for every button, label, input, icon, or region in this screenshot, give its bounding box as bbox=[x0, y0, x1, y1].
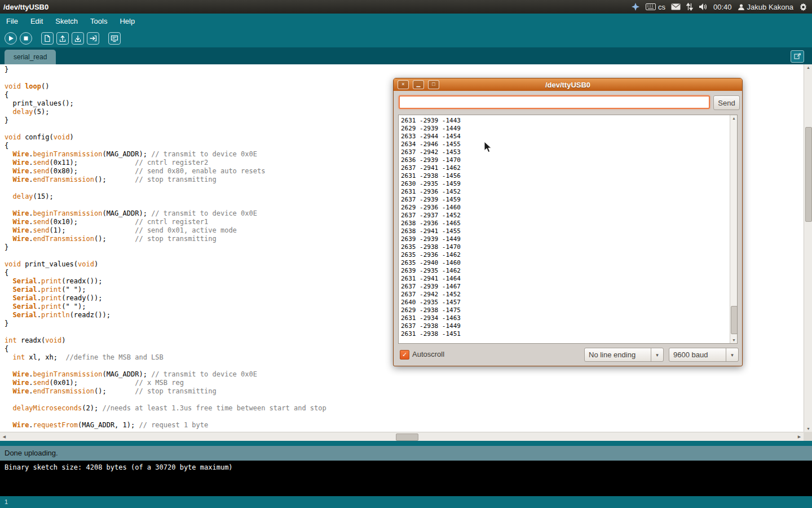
serial-line: 2629 -2936 -1460 bbox=[401, 204, 461, 212]
send-button-label: Send bbox=[718, 99, 735, 107]
serial-monitor-button[interactable] bbox=[108, 32, 121, 45]
system-tray: cs 00:40 Jakub Kakona bbox=[631, 2, 807, 11]
emblem-icon[interactable] bbox=[631, 2, 640, 11]
autoscroll-label: Autoscroll bbox=[412, 350, 444, 358]
scrollbar-corner bbox=[804, 432, 812, 441]
footer-strip: 1 bbox=[0, 496, 812, 508]
keyboard-layout-label: cs bbox=[658, 3, 665, 11]
serial-line: 2637 -2939 -1467 bbox=[401, 283, 461, 291]
send-button[interactable]: Send bbox=[713, 95, 740, 110]
line-ending-value: No line ending bbox=[585, 351, 651, 359]
open-button[interactable] bbox=[56, 32, 69, 45]
serial-line: 2638 -2936 -1465 bbox=[401, 220, 461, 227]
code-line: ​ bbox=[5, 396, 804, 404]
serial-monitor-icon bbox=[111, 34, 118, 42]
serial-line: 2639 -2935 -1462 bbox=[401, 267, 461, 275]
gear-icon[interactable] bbox=[799, 3, 807, 11]
tab-serial-read[interactable]: serial_read bbox=[5, 50, 56, 64]
play-icon bbox=[7, 34, 15, 42]
verify-button[interactable] bbox=[5, 32, 17, 45]
serial-line: 2637 -2938 -1449 bbox=[401, 322, 461, 330]
upload-button[interactable] bbox=[87, 32, 99, 45]
serial-window-title: /dev/ttyUSB0 bbox=[394, 81, 742, 89]
scroll-down-arrow[interactable]: ▼ bbox=[804, 427, 812, 431]
serial-line: 2636 -2939 -1470 bbox=[401, 156, 461, 164]
serial-scroll-down-arrow[interactable]: ▼ bbox=[730, 338, 738, 342]
serial-line: 2630 -2935 -1459 bbox=[401, 180, 461, 188]
code-line: ​ bbox=[5, 413, 804, 421]
scroll-left-arrow[interactable]: ◀ bbox=[0, 435, 8, 439]
status-gap bbox=[0, 441, 812, 446]
keyboard-icon bbox=[646, 3, 656, 10]
serial-line: 2629 -2938 -1475 bbox=[401, 306, 461, 314]
new-file-icon bbox=[43, 34, 51, 42]
menu-item-edit[interactable]: Edit bbox=[24, 14, 49, 29]
serial-line: 2631 -2941 -1464 bbox=[401, 275, 461, 283]
maximize-button[interactable]: □ bbox=[428, 80, 439, 89]
menu-item-file[interactable]: File bbox=[0, 14, 24, 29]
keyboard-indicator[interactable]: cs bbox=[646, 3, 665, 11]
line-number-indicator: 1 bbox=[5, 498, 8, 505]
editor-hscroll-thumb[interactable] bbox=[396, 433, 418, 441]
save-button[interactable] bbox=[72, 32, 84, 45]
editor-vscroll-thumb[interactable] bbox=[805, 127, 812, 222]
menu-item-help[interactable]: Help bbox=[113, 14, 141, 29]
baud-rate-value: 9600 baud bbox=[669, 351, 726, 359]
serial-vertical-scrollbar[interactable]: ▲ ▼ bbox=[730, 115, 737, 343]
minimize-button[interactable]: ▁ bbox=[413, 80, 424, 89]
menu-item-tools[interactable]: Tools bbox=[84, 14, 113, 29]
serial-line: 2631 -2938 -1456 bbox=[401, 172, 461, 180]
chevron-down-icon[interactable]: ▾ bbox=[651, 348, 663, 361]
panel-window-title: /dev/ttyUSB0 bbox=[3, 3, 48, 11]
editor-horizontal-scrollbar[interactable]: ◀ ▶ bbox=[0, 432, 804, 441]
tab-menu-icon bbox=[794, 53, 801, 60]
volume-icon[interactable] bbox=[699, 3, 708, 11]
user-icon bbox=[738, 3, 745, 11]
editor-vertical-scrollbar[interactable]: ▲ ▼ bbox=[804, 64, 812, 432]
sync-arrows-icon[interactable] bbox=[686, 3, 693, 11]
serial-line: 2631 -2938 -1451 bbox=[401, 330, 461, 338]
scroll-right-arrow[interactable]: ▶ bbox=[795, 435, 804, 439]
serial-line: 2635 -2938 -1470 bbox=[401, 243, 461, 251]
serial-line: 2639 -2939 -1449 bbox=[401, 235, 461, 243]
toolbar bbox=[0, 29, 812, 47]
stop-button[interactable] bbox=[20, 32, 32, 45]
serial-input[interactable] bbox=[399, 95, 710, 109]
tab-menu-button[interactable] bbox=[791, 50, 804, 63]
mail-icon[interactable] bbox=[671, 3, 681, 10]
chevron-down-icon[interactable]: ▾ bbox=[726, 348, 738, 361]
scroll-up-arrow[interactable]: ▲ bbox=[804, 65, 812, 69]
serial-vscroll-thumb[interactable] bbox=[731, 306, 738, 334]
tab-bar: serial_read bbox=[0, 47, 812, 64]
serial-line: 2635 -2936 -1462 bbox=[401, 251, 461, 259]
line-ending-dropdown[interactable]: No line ending ▾ bbox=[584, 348, 664, 362]
close-button[interactable]: × bbox=[398, 80, 409, 89]
autoscroll-checkbox[interactable]: ✓ bbox=[400, 350, 409, 360]
serial-line: 2634 -2946 -1455 bbox=[401, 141, 461, 148]
serial-line: 2633 -2944 -1454 bbox=[401, 133, 461, 141]
new-sketch-button[interactable] bbox=[41, 32, 54, 45]
serial-output-area[interactable]: 2631 -2939 -14432629 -2939 -14492633 -29… bbox=[398, 115, 738, 344]
down-arrow-icon bbox=[74, 34, 82, 42]
status-bar: Done uploading. bbox=[0, 446, 812, 461]
console-text: Binary sketch size: 4208 bytes (of a 307… bbox=[5, 463, 233, 471]
serial-window-titlebar[interactable]: /dev/ttyUSB0 × ▁ □ bbox=[394, 78, 742, 91]
clock[interactable]: 00:40 bbox=[713, 3, 732, 11]
upload-arrow-icon bbox=[89, 34, 97, 42]
code-line: Wire.requestFrom(MAG_ADDR, 1); // reques… bbox=[5, 421, 804, 430]
serial-line: 2640 -2935 -1457 bbox=[401, 299, 461, 306]
mouse-cursor bbox=[484, 141, 492, 154]
code-line: Wire.endTransmission(); // stop transmit… bbox=[5, 387, 804, 396]
tab-label: serial_read bbox=[14, 53, 47, 61]
console-output: Binary sketch size: 4208 bytes (of a 307… bbox=[0, 461, 812, 496]
user-menu[interactable]: Jakub Kakona bbox=[738, 3, 793, 11]
serial-line: 2637 -2941 -1462 bbox=[401, 164, 461, 172]
serial-line: 2637 -2942 -1452 bbox=[401, 291, 461, 299]
serial-output-lines: 2631 -2939 -14432629 -2939 -14492633 -29… bbox=[401, 117, 461, 338]
up-arrow-icon bbox=[59, 34, 67, 42]
baud-rate-dropdown[interactable]: 9600 baud ▾ bbox=[669, 348, 739, 362]
serial-scroll-up-arrow[interactable]: ▲ bbox=[730, 116, 738, 120]
code-line: } bbox=[5, 65, 804, 74]
status-message: Done uploading. bbox=[5, 449, 58, 457]
menu-item-sketch[interactable]: Sketch bbox=[49, 14, 84, 29]
